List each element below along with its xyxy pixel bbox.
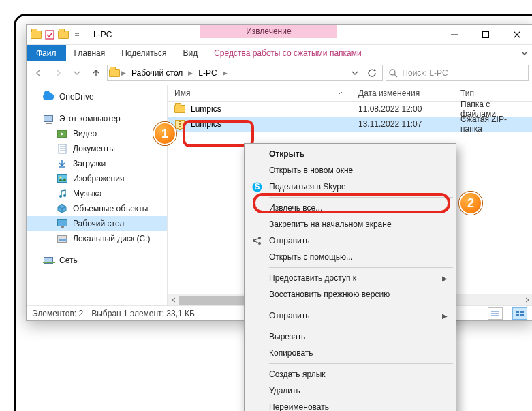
tree-videos[interactable]: Видео xyxy=(27,126,167,141)
chevron-right-icon[interactable]: ▶ xyxy=(121,70,126,76)
svg-text:S: S xyxy=(254,182,260,192)
tab-view[interactable]: Вид xyxy=(174,45,206,61)
onedrive-icon xyxy=(43,91,54,102)
ctx-share-skype[interactable]: S Поделиться в Skype xyxy=(246,179,454,195)
tab-file[interactable]: Файл xyxy=(27,45,66,61)
ctx-pin-start[interactable]: Закрепить на начальном экране xyxy=(246,216,454,232)
svg-rect-25 xyxy=(520,314,524,316)
folder-icon xyxy=(174,104,185,115)
chevron-right-icon[interactable]: ▶ xyxy=(188,70,193,76)
ctx-give-access[interactable]: Предоставить доступ к▶ xyxy=(246,270,454,286)
status-item-count: Элементов: 2 xyxy=(32,309,83,318)
qat-checkbox-icon[interactable] xyxy=(44,29,55,40)
ctx-open[interactable]: Открыть xyxy=(246,146,454,162)
ctx-separator xyxy=(269,267,453,268)
ctx-open-new-window[interactable]: Открыть в новом окне xyxy=(246,162,454,179)
network-icon xyxy=(43,255,54,266)
folder-icon xyxy=(109,67,120,78)
minimize-button[interactable] xyxy=(439,25,470,45)
close-button[interactable] xyxy=(501,25,532,45)
column-type[interactable]: Тип xyxy=(454,85,532,101)
ctx-send-to[interactable]: Отправить▶ xyxy=(246,307,454,324)
tree-this-pc[interactable]: Этот компьютер xyxy=(27,111,167,126)
ctx-cut[interactable]: Вырезать xyxy=(246,329,454,345)
ctx-label: Открыть с помощью... xyxy=(269,252,353,262)
ctx-label: Создать ярлык xyxy=(269,369,326,379)
ctx-extract-all[interactable]: Извлечь все... xyxy=(246,200,454,216)
navigation-tree[interactable]: OneDrive Этот компьютер Видео Документы … xyxy=(27,85,168,305)
view-large-icons-button[interactable] xyxy=(512,307,527,320)
breadcrumb-label: L-PC xyxy=(198,68,217,78)
address-dropdown-icon[interactable] xyxy=(347,70,362,76)
maximize-button[interactable] xyxy=(470,25,501,45)
tree-label: Объемные объекты xyxy=(73,204,148,213)
ctx-copy[interactable]: Копировать xyxy=(246,345,454,361)
tree-label: OneDrive xyxy=(59,92,94,102)
file-date: 11.08.2022 12:00 xyxy=(351,104,454,114)
svg-rect-24 xyxy=(516,314,519,316)
ctx-rename[interactable]: Переименовать xyxy=(246,399,454,411)
scroll-left-button[interactable] xyxy=(168,294,179,306)
column-date[interactable]: Дата изменения xyxy=(351,85,454,101)
qat-dropdown-icon[interactable]: = xyxy=(72,29,82,40)
ctx-separator xyxy=(269,305,453,305)
folder-icon xyxy=(31,29,42,40)
ctx-label: Переименовать xyxy=(269,402,329,411)
tree-network[interactable]: Сеть xyxy=(27,253,167,268)
tree-desktop[interactable]: Рабочий стол xyxy=(27,216,167,231)
annotation-callout-1: 1 xyxy=(153,122,176,145)
search-input[interactable]: Поиск: L-PC xyxy=(386,65,529,81)
nav-forward-button[interactable] xyxy=(50,65,66,81)
nav-up-button[interactable] xyxy=(88,65,104,81)
svg-point-5 xyxy=(390,70,395,75)
ctx-separator xyxy=(269,326,453,326)
refresh-button[interactable] xyxy=(364,69,381,78)
svg-rect-0 xyxy=(46,31,54,39)
ctx-open-with[interactable]: Открыть с помощью... xyxy=(246,249,454,265)
svg-rect-23 xyxy=(520,311,524,313)
tab-home[interactable]: Главная xyxy=(66,45,114,61)
ctx-label: Открыть в новом окне xyxy=(269,166,353,175)
ctx-restore-previous[interactable]: Восстановить прежнюю версию xyxy=(246,286,454,303)
contextual-tab-label: Извлечение xyxy=(200,25,337,38)
view-details-button[interactable] xyxy=(488,307,503,320)
skype-icon: S xyxy=(251,181,262,192)
nav-recent-dropdown[interactable] xyxy=(69,65,85,81)
ctx-separator xyxy=(269,197,453,198)
ribbon-expand-button[interactable] xyxy=(516,45,532,61)
tree-onedrive[interactable]: OneDrive xyxy=(27,89,167,104)
tree-music[interactable]: Музыка xyxy=(27,186,167,201)
sort-indicator-icon xyxy=(339,91,344,96)
tab-share[interactable]: Поделиться xyxy=(113,45,174,61)
chevron-right-icon[interactable]: ▶ xyxy=(223,70,228,76)
address-bar[interactable]: ▶ Рабочий стол ▶ L-PC ▶ xyxy=(107,65,383,81)
tree-label: Музыка xyxy=(73,189,101,198)
column-name[interactable]: Имя xyxy=(168,85,351,101)
downloads-icon xyxy=(57,158,67,169)
breadcrumb-desktop[interactable]: Рабочий стол xyxy=(127,65,187,80)
search-placeholder: Поиск: L-PC xyxy=(402,68,448,78)
window-title: L-PC xyxy=(87,25,119,44)
qat-folder-icon[interactable] xyxy=(58,29,69,40)
ctx-label: Открыть xyxy=(269,149,304,159)
tree-pictures[interactable]: Изображения xyxy=(27,171,167,186)
tab-compressed-tools[interactable]: Средства работы со сжатыми папками xyxy=(206,45,370,61)
tree-label: Документы xyxy=(73,144,115,153)
tree-3d-objects[interactable]: Объемные объекты xyxy=(27,201,167,216)
tree-downloads[interactable]: Загрузки xyxy=(27,156,167,171)
file-date: 13.11.2022 11:07 xyxy=(351,119,454,129)
file-name: Lumpics xyxy=(191,119,221,129)
tree-documents[interactable]: Документы xyxy=(27,141,167,156)
ctx-share[interactable]: Отправить xyxy=(246,232,454,249)
scroll-right-button[interactable] xyxy=(521,294,532,306)
svg-line-32 xyxy=(255,241,259,243)
tree-local-disk[interactable]: Локальный диск (C:) xyxy=(27,231,167,246)
ctx-label: Закрепить на начальном экране xyxy=(269,219,392,229)
ctx-delete[interactable]: Удалить xyxy=(246,382,454,399)
nav-back-button[interactable] xyxy=(31,65,47,81)
file-row-selected[interactable]: Lumpics 13.11.2022 11:07 Сжатая ZIP-папк… xyxy=(168,117,532,132)
breadcrumb-lpc[interactable]: L-PC xyxy=(194,65,221,80)
documents-icon xyxy=(57,143,67,154)
ctx-create-shortcut[interactable]: Создать ярлык xyxy=(246,366,454,382)
tree-label: Загрузки xyxy=(73,159,106,168)
